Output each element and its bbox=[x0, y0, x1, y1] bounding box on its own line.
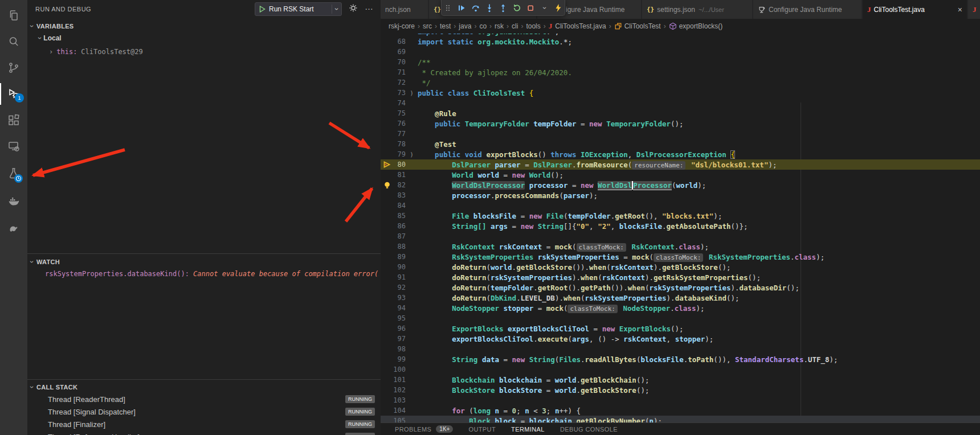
chevron-down-icon[interactable]: › bbox=[332, 5, 339, 14]
lightbulb-icon[interactable] bbox=[381, 180, 393, 190]
breadcrumb-item-src[interactable]: src bbox=[423, 22, 432, 30]
code-line-76[interactable]: 76 public TemporaryFolder tempFolder = n… bbox=[381, 118, 980, 129]
breadcrumb[interactable]: rskj-core›src›test›java›co›rsk›cli›tools… bbox=[381, 19, 980, 34]
code-line-84[interactable]: 84 bbox=[381, 200, 980, 211]
stop-chevron-icon[interactable]: › bbox=[538, 2, 551, 14]
step-into-icon[interactable] bbox=[483, 2, 496, 14]
code-line-83[interactable]: 83 processor.processCommands(parser); bbox=[381, 190, 980, 200]
breadcrumb-item-rskj-core[interactable]: rskj-core bbox=[389, 22, 415, 30]
code-line-80[interactable]: 80 DslParser parser = DslParser.fromReso… bbox=[381, 159, 980, 170]
section-divider[interactable] bbox=[27, 379, 381, 380]
code-line-99[interactable]: 99 String data = new String(Files.readAl… bbox=[381, 354, 980, 364]
code-line-98[interactable]: 98 bbox=[381, 344, 980, 354]
breadcrumb-item-clitoolstest-java[interactable]: JCliToolsTest.java bbox=[549, 22, 606, 31]
hot-code-replace-icon[interactable] bbox=[552, 2, 565, 14]
panel-tab-debug-console[interactable]: DEBUG CONSOLE bbox=[560, 426, 618, 433]
breadcrumb-item-cli[interactable]: cli bbox=[512, 22, 518, 30]
stop-icon[interactable] bbox=[524, 2, 537, 14]
panel-tab-problems[interactable]: PROBLEMS1K+ bbox=[395, 425, 453, 433]
search-icon[interactable] bbox=[0, 28, 27, 55]
code-line-86[interactable]: 86 String[] args = new String[]{"0", "2"… bbox=[381, 221, 980, 231]
remote-explorer-icon[interactable] bbox=[0, 133, 27, 159]
editor-tab-settings.json[interactable]: {}settings.json~/.../User bbox=[642, 0, 752, 19]
gradle-icon[interactable] bbox=[0, 215, 27, 241]
variables-scope-local[interactable]: › Local bbox=[39, 34, 62, 42]
section-divider[interactable] bbox=[27, 253, 381, 254]
breadcrumb-item-co[interactable]: co bbox=[479, 22, 487, 30]
code-line-74[interactable]: 74 bbox=[381, 98, 980, 108]
breadcrumb-item-tools[interactable]: tools bbox=[526, 22, 540, 30]
more-actions-icon[interactable]: … bbox=[365, 2, 374, 11]
editor-tab-Configure Java Runtime[interactable]: Configure Java Runtime bbox=[753, 0, 861, 19]
launch-config-dropdown[interactable]: Run RSK Start › bbox=[255, 2, 342, 16]
breadcrumb-item-clitoolstest[interactable]: CliToolsTest bbox=[614, 22, 661, 30]
gutter-decoration[interactable] bbox=[381, 149, 393, 159]
code-line-72[interactable]: 72 */ bbox=[381, 77, 980, 88]
close-icon[interactable]: × bbox=[952, 5, 962, 14]
code-line-100[interactable]: 100 bbox=[381, 364, 980, 375]
code-line-85[interactable]: 85 File blocksFile = new File(tempFolder… bbox=[381, 211, 980, 221]
code-line-91[interactable]: 91 doReturn(rskSystemProperties).when(rs… bbox=[381, 272, 980, 282]
fold-icon[interactable]: ) bbox=[406, 89, 418, 97]
code-line-89[interactable]: 89 RskSystemProperties rskSystemProperti… bbox=[381, 252, 980, 262]
code-line-75[interactable]: 75 @Rule bbox=[381, 108, 980, 118]
current-line-arrow-icon[interactable] bbox=[381, 159, 393, 170]
code-line-95[interactable]: 95 bbox=[381, 313, 980, 323]
call-stack-thread-row[interactable]: Thread [Finalizer]RUNNING bbox=[27, 418, 381, 430]
step-out-icon[interactable] bbox=[497, 2, 509, 14]
panel-tab-output[interactable]: OUTPUT bbox=[468, 426, 496, 433]
drag-handle-icon[interactable] bbox=[442, 2, 454, 14]
code-line-87[interactable]: 87 bbox=[381, 231, 980, 241]
call-stack-thread-row[interactable]: Thread [Reference Handler]RUNNING bbox=[27, 430, 381, 435]
code-line-88[interactable]: 88 RskContext rskContext = mock(classToM… bbox=[381, 241, 980, 252]
breadcrumb-item-rsk[interactable]: rsk bbox=[495, 22, 504, 30]
code-line-68[interactable]: 68import static org.mockito.Mockito.*; bbox=[381, 36, 980, 47]
call-stack-section-header[interactable]: › CALL STACK bbox=[27, 381, 381, 393]
editor-tab-CliToolsTest.java[interactable]: JCliToolsTest.java× bbox=[863, 0, 967, 19]
code-line-82[interactable]: 82 WorldDslProcessor processor = new Wor… bbox=[381, 180, 980, 190]
code-editor[interactable]: 67import static org.junit.Assert.*;68imp… bbox=[381, 26, 980, 426]
code-line-70[interactable]: 70/** bbox=[381, 57, 980, 67]
editor-tab-nch.json[interactable]: nch.json bbox=[381, 0, 428, 19]
breadcrumb-item-java[interactable]: java bbox=[459, 22, 471, 30]
continue-icon[interactable] bbox=[455, 2, 468, 14]
watch-section-header[interactable]: › WATCH bbox=[27, 256, 381, 268]
code-line-81[interactable]: 81 World world = new World(); bbox=[381, 170, 980, 180]
code-line-79[interactable]: 79) public void exportBlocks() throws IO… bbox=[381, 149, 980, 159]
code-line-104[interactable]: 104 for (long n = 0; n < 3; n++) { bbox=[381, 405, 980, 416]
call-stack-thread-row[interactable]: Thread [ReaderThread]RUNNING bbox=[27, 393, 381, 405]
code-line-73[interactable]: 73)public class CliToolsTest { bbox=[381, 88, 980, 98]
call-stack-thread-row[interactable]: Thread [Signal Dispatcher]RUNNING bbox=[27, 405, 381, 418]
breadcrumb-item-test[interactable]: test bbox=[440, 22, 451, 30]
panel-tab-terminal[interactable]: TERMINAL bbox=[511, 426, 545, 433]
code-line-77[interactable]: 77 bbox=[381, 129, 980, 139]
testing-icon[interactable] bbox=[0, 161, 27, 187]
editor-tab-hidden[interactable]: J bbox=[968, 0, 980, 19]
code-line-96[interactable]: 96 ExportBlocks exportBlocksCliTool = ne… bbox=[381, 323, 980, 334]
source-control-icon[interactable] bbox=[0, 55, 27, 81]
variables-section-header[interactable]: › VARIABLES bbox=[27, 20, 381, 32]
docker-icon[interactable] bbox=[0, 188, 27, 214]
code-line-78[interactable]: 78 @Test bbox=[381, 139, 980, 149]
breadcrumb-item-exportblocks-[interactable]: exportBlocks() bbox=[669, 22, 723, 30]
code-line-94[interactable]: 94 NodeStopper stopper = mock(classToMoc… bbox=[381, 303, 980, 313]
fold-icon[interactable]: ) bbox=[406, 151, 418, 158]
restart-icon[interactable] bbox=[511, 2, 523, 14]
explorer-icon[interactable] bbox=[0, 2, 27, 28]
code-line-90[interactable]: 90 doReturn(world.getBlockStore()).when(… bbox=[381, 262, 980, 272]
code-line-97[interactable]: 97 exportBlocksCliTool.execute(args, () … bbox=[381, 334, 980, 344]
code-line-102[interactable]: 102 BlockStore blockStore = world.getBlo… bbox=[381, 385, 980, 395]
code-line-93[interactable]: 93 doReturn(DbKind.LEVEL_DB).when(rskSys… bbox=[381, 293, 980, 303]
code-line-69[interactable]: 69 bbox=[381, 47, 980, 57]
run-and-debug-icon[interactable] bbox=[0, 81, 27, 107]
code-line-71[interactable]: 71 * Created by ajlopez on 26/04/2020. bbox=[381, 67, 980, 77]
variable-this-row[interactable]: › this: CliToolsTest@29 bbox=[49, 48, 143, 56]
gear-icon[interactable] bbox=[349, 3, 358, 14]
code-line-101[interactable]: 101 Blockchain blockchain = world.getBlo… bbox=[381, 375, 980, 385]
step-over-icon[interactable] bbox=[469, 2, 481, 14]
code-line-92[interactable]: 92 doReturn(tempFolder.getRoot().getPath… bbox=[381, 282, 980, 293]
code-line-103[interactable]: 103 bbox=[381, 395, 980, 405]
watch-expression-row[interactable]: rskSystemProperties.databaseKind(): Cann… bbox=[45, 270, 379, 278]
extensions-icon[interactable] bbox=[0, 107, 27, 133]
gutter-decoration[interactable] bbox=[381, 88, 393, 98]
